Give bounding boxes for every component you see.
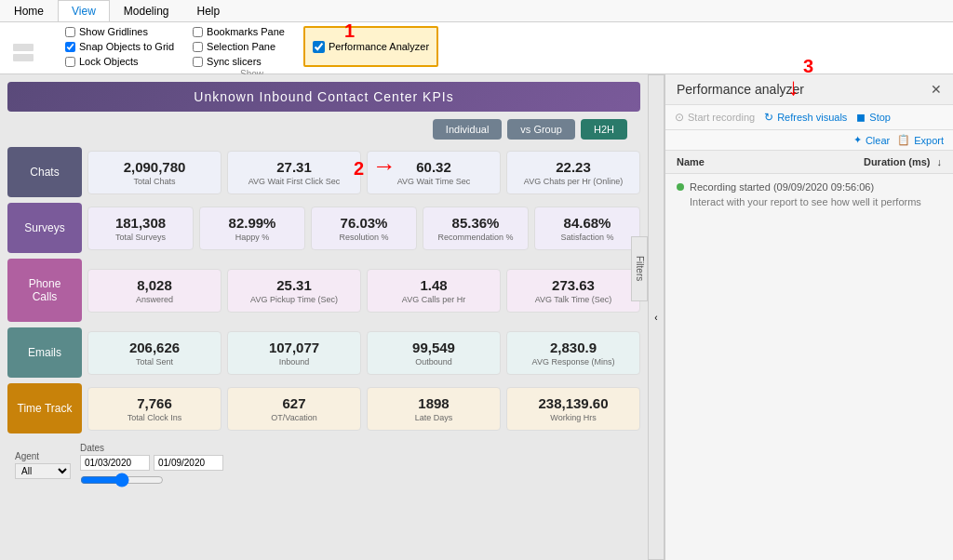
metric-card: 99,549Outbound: [367, 331, 501, 375]
date-range-slider[interactable]: [80, 473, 164, 487]
chevron-left-icon: ‹: [654, 313, 657, 323]
recording-info-text: Recording started (09/09/2020 09:56:06): [690, 181, 874, 193]
show-group: Show Gridlines Snap Objects to Grid Lock…: [65, 26, 438, 79]
bookmarks-pane-input[interactable]: [193, 27, 203, 37]
recording-info-row: Recording started (09/09/2020 09:56:06): [677, 181, 942, 193]
stop-label: Stop: [869, 112, 891, 123]
tab-home[interactable]: Home: [0, 0, 58, 21]
perf-panel-header: Performance analyzer ✕: [665, 74, 953, 105]
performance-analyzer-panel: Performance analyzer ✕ ⊙ Start recording…: [664, 74, 953, 560]
show-gridlines-input[interactable]: [65, 27, 75, 37]
filter-row: Individual vs Group H2H: [7, 119, 640, 140]
metric-card: 27.31AVG Wait First Click Sec: [227, 151, 361, 194]
col-duration-header: Duration (ms) ↓: [864, 156, 942, 167]
recording-dot: [677, 183, 684, 191]
filter-h2h-button[interactable]: H2H: [581, 119, 627, 140]
agent-dropdown[interactable]: All: [15, 463, 71, 479]
show-gridlines-checkbox[interactable]: Show Gridlines: [65, 26, 174, 37]
filter-vsgroup-button[interactable]: vs Group: [507, 119, 575, 140]
clear-icon: ✦: [853, 134, 862, 146]
perf-panel-title: Performance analyzer: [677, 82, 804, 97]
clear-button[interactable]: ✦ Clear: [853, 134, 890, 146]
sync-slicers-checkbox[interactable]: Sync slicers: [193, 56, 285, 67]
perf-panel-close-button[interactable]: ✕: [931, 82, 942, 97]
start-recording-button[interactable]: ⊙ Start recording: [675, 111, 755, 124]
start-recording-label: Start recording: [688, 112, 755, 123]
tab-modeling[interactable]: Modeling: [110, 0, 183, 21]
metric-card: 1.48AVG Calls per Hr: [367, 269, 501, 313]
metric-card: 60.32AVG Wait Time Sec: [367, 151, 501, 194]
metric-card: 22.23AVG Chats per Hr (Online): [506, 151, 640, 194]
collapse-panel-button[interactable]: ‹: [648, 74, 664, 560]
selection-pane-input[interactable]: [193, 42, 203, 52]
dash-content: Unknown Inbound Contact Center KPIs Indi…: [0, 74, 648, 560]
performance-analyzer-button[interactable]: Performance Analyzer: [303, 26, 438, 67]
filter-individual-button[interactable]: Individual: [433, 119, 502, 140]
metric-card: 238,139.60Working Hrs: [506, 387, 640, 431]
filters-label: Filters: [635, 256, 645, 281]
metric-card: 25.31AVG Pickup Time (Sec): [227, 269, 361, 313]
metric-card: 181,308Total Surveys: [87, 207, 194, 250]
col-name-header: Name: [677, 156, 705, 167]
bottom-controls: Agent All Dates 01/03/2020 01/09/2020: [7, 439, 640, 491]
phone-metrics: 8,028Answered 25.31AVG Pickup Time (Sec)…: [87, 269, 640, 313]
metric-card: 84.68%Satisfaction %: [534, 207, 640, 250]
metric-card: 627OT/Vacation: [227, 387, 361, 431]
dashboard: Unknown Inbound Contact Center KPIs Indi…: [0, 74, 648, 560]
sync-slicers-input[interactable]: [193, 57, 203, 67]
perf-toolbar-row1: ⊙ Start recording ↻ Refresh visuals ◼ St…: [665, 105, 953, 130]
tab-view[interactable]: View: [58, 0, 110, 21]
agent-control: Agent All: [15, 451, 71, 479]
selection-pane-checkbox[interactable]: Selection Pane: [193, 41, 285, 52]
metric-card: 107,077Inbound: [227, 331, 361, 375]
surveys-section: Surveys 181,308Total Surveys 82.99%Happy…: [7, 203, 640, 253]
surveys-label: Surveys: [7, 203, 82, 253]
refresh-icon: ↻: [764, 111, 773, 124]
date-start-input[interactable]: 01/03/2020: [80, 455, 150, 471]
filters-tab[interactable]: Filters: [631, 236, 648, 301]
bookmarks-pane-checkbox[interactable]: Bookmarks Pane: [193, 26, 285, 37]
perf-analyzer-checkbox[interactable]: [313, 41, 325, 53]
surveys-metrics: 181,308Total Surveys 82.99%Happy % 76.03…: [87, 207, 640, 250]
phone-label: Phone Calls: [7, 259, 82, 322]
date-end-input[interactable]: 01/09/2020: [154, 455, 223, 471]
metric-card: 2,830.9AVG Response (Mins): [506, 331, 640, 375]
ribbon-tab-bar: Home View Modeling Help: [0, 0, 953, 22]
metric-card: 2,090,780Total Chats: [87, 151, 221, 194]
emails-label: Emails: [7, 327, 82, 378]
agent-label: Agent: [15, 451, 71, 461]
metric-card: 76.03%Resolution %: [311, 207, 417, 250]
snap-objects-checkbox[interactable]: Snap Objects to Grid: [65, 41, 174, 52]
metric-card: 273.63AVG Talk Time (Sec): [506, 269, 640, 313]
metric-card: 7,766Total Clock Ins: [87, 387, 221, 431]
dates-control: Dates 01/03/2020 01/09/2020: [80, 443, 223, 487]
refresh-visuals-button[interactable]: ↻ Refresh visuals: [764, 111, 847, 124]
tab-help[interactable]: Help: [183, 0, 235, 21]
stop-button[interactable]: ◼ Stop: [856, 111, 891, 124]
clear-label: Clear: [866, 135, 890, 146]
timetrack-metrics: 7,766Total Clock Ins 627OT/Vacation 1898…: [87, 387, 640, 431]
metric-card: 85.36%Recommendation %: [423, 207, 529, 250]
main-area: Unknown Inbound Contact Center KPIs Indi…: [0, 74, 953, 560]
timetrack-label: Time Track: [7, 383, 82, 433]
dashboard-title: Unknown Inbound Contact Center KPIs: [7, 82, 640, 112]
refresh-visuals-label: Refresh visuals: [777, 112, 847, 123]
metric-card: 8,028Answered: [87, 269, 221, 313]
perf-table-header: Name Duration (ms) ↓: [665, 151, 953, 174]
chats-metrics: 2,090,780Total Chats 27.31AVG Wait First…: [87, 151, 640, 194]
dates-inputs: 01/03/2020 01/09/2020: [80, 455, 223, 471]
emails-section: Emails 206,626Total Sent 107,077Inbound …: [7, 327, 640, 378]
export-button[interactable]: 📋 Export: [897, 134, 944, 146]
dates-label: Dates: [80, 443, 223, 453]
record-icon: ⊙: [675, 111, 684, 124]
ribbon: Home View Modeling Help Show Gridlines S…: [0, 0, 953, 74]
chats-label: Chats: [7, 147, 82, 197]
export-icon: 📋: [897, 134, 910, 146]
timetrack-section: Time Track 7,766Total Clock Ins 627OT/Va…: [7, 383, 640, 433]
lock-objects-input[interactable]: [65, 57, 75, 67]
chats-section: Chats 2,090,780Total Chats 27.31AVG Wait…: [7, 147, 640, 197]
snap-objects-input[interactable]: [65, 42, 75, 52]
metric-card: 206,626Total Sent: [87, 331, 221, 375]
lock-objects-checkbox[interactable]: Lock Objects: [65, 56, 174, 67]
interact-hint-text: Interact with your report to see how wel…: [690, 196, 942, 207]
